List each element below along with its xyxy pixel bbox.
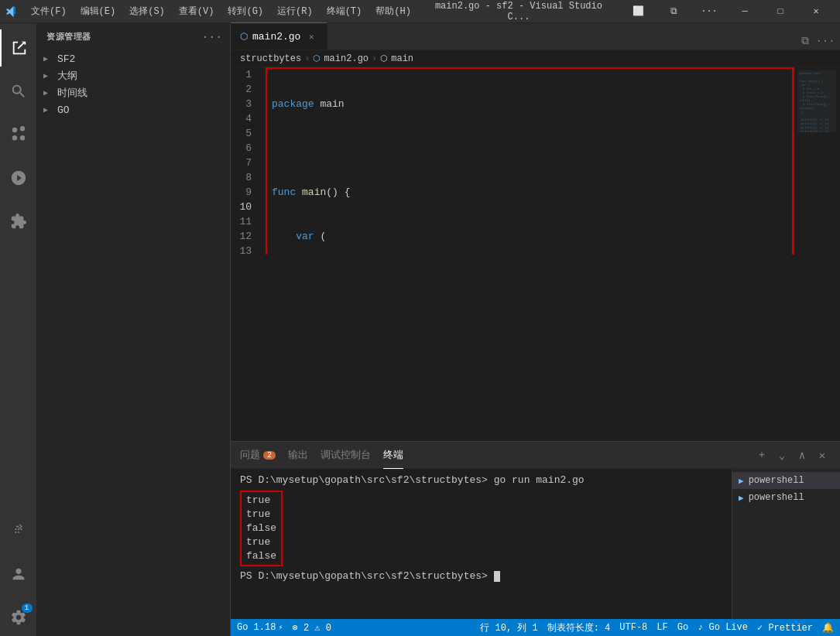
close-terminal-button[interactable]: ✕	[814, 446, 831, 463]
breadcrumb-file[interactable]: ⬡ main2.go	[313, 53, 369, 64]
maximize-button[interactable]: □	[763, 0, 798, 23]
menu-file[interactable]: 文件(F)	[25, 3, 73, 19]
breadcrumb-func[interactable]: ⬡ main	[380, 53, 413, 64]
sidebar-title: 资源管理器	[46, 31, 91, 43]
menu-help[interactable]: 帮助(H)	[369, 3, 417, 19]
menu-select[interactable]: 选择(S)	[123, 3, 171, 19]
menu-run[interactable]: 运行(R)	[271, 3, 319, 19]
settings-badge: 1	[22, 604, 33, 613]
line-num-5: 5	[231, 126, 258, 141]
terminal-actions: + ⌄ ∧ ✕	[753, 446, 831, 463]
go-version-label: Go 1.18	[237, 622, 276, 633]
go-icon: ⚡	[278, 623, 283, 632]
output-line-4: true	[246, 535, 276, 549]
statusbar-indent[interactable]: 制表符长度: 4	[547, 621, 611, 634]
menu-view[interactable]: 查看(V)	[173, 3, 221, 19]
terminal-side-icon-2: ▶	[739, 493, 744, 503]
terminal-tab-terminal[interactable]: 终端	[383, 442, 403, 469]
position-label: 行 10, 列 1	[480, 621, 537, 634]
terminal-prompt: PS D:\mysetup\gopath\src\sf2\structbytes…	[240, 569, 722, 583]
terminal-side-item-powershell-2[interactable]: ▶ powershell	[732, 489, 840, 506]
terminal-tab-output[interactable]: 输出	[288, 442, 308, 469]
activity-account[interactable]	[0, 556, 37, 593]
sidebar-header-actions: ···	[204, 29, 221, 46]
activity-source-control[interactable]	[0, 116, 37, 153]
sidebar-item-outline[interactable]: ▶ 大纲	[37, 67, 230, 84]
close-button[interactable]: ✕	[798, 0, 834, 23]
output-line-1: true	[246, 494, 276, 508]
indent-label: 制表符长度: 4	[547, 621, 611, 634]
activity-settings[interactable]: 1	[0, 599, 37, 636]
activity-extensions[interactable]	[0, 203, 37, 240]
more-actions-button[interactable]: ···	[817, 32, 834, 50]
terminal-side-label-2: powershell	[749, 492, 804, 503]
sidebar-header: 资源管理器 ···	[37, 23, 230, 50]
tree-arrow-timeline: ▶	[43, 88, 54, 97]
statusbar: Go 1.18 ⚡ ⊗ 2 ⚠ 0 行 10, 列 1 制表符长度: 4 UTF…	[231, 619, 840, 636]
line-num-7: 7	[231, 156, 258, 170]
language-label: Go	[677, 622, 688, 633]
statusbar-prettier[interactable]: ✓ Prettier	[757, 622, 813, 634]
activity-search[interactable]	[0, 73, 37, 110]
menu-goto[interactable]: 转到(G)	[221, 3, 269, 19]
activity-explorer[interactable]	[0, 29, 37, 67]
line-num-10: 10	[231, 200, 258, 214]
terminal-content: PS D:\mysetup\gopath\src\sf2\structbytes…	[231, 469, 840, 619]
maximize-terminal-button[interactable]: ∧	[794, 446, 811, 463]
split-button[interactable]: ⧉	[656, 0, 691, 23]
tab-debug-label: 调试控制台	[321, 448, 371, 462]
tab-main2go[interactable]: ⬡ main2.go ✕	[231, 22, 327, 50]
terminal-command: PS D:\mysetup\gopath\src\sf2\structbytes…	[240, 474, 722, 487]
terminal-side-item-powershell-1[interactable]: ▶ powershell	[732, 472, 840, 489]
code-content[interactable]: package main func main() { var ( a int =…	[266, 67, 794, 255]
sidebar-item-go[interactable]: ▶ GO	[37, 101, 230, 118]
sidebar-item-sf2[interactable]: ▶ SF2	[37, 50, 230, 67]
activity-docker[interactable]	[0, 512, 37, 549]
problems-badge: 2	[263, 451, 276, 460]
sidebar-item-timeline[interactable]: ▶ 时间线	[37, 84, 230, 101]
vscode-icon	[6, 5, 19, 18]
menu-terminal[interactable]: 终端(T)	[321, 3, 369, 19]
editor-area: ⬡ main2.go ✕ ⧉ ··· structbytes › ⬡ main2…	[231, 23, 840, 636]
split-editor-button[interactable]: ⧉	[797, 32, 814, 50]
window-title: main2.go - sf2 - Visual Studio C...	[423, 1, 614, 22]
split-terminal-button[interactable]: ⌄	[773, 446, 790, 463]
tab-label: main2.go	[252, 31, 300, 43]
layout-button[interactable]: ⬜	[620, 0, 656, 23]
minimize-button[interactable]: ─	[727, 0, 763, 23]
statusbar-go-version[interactable]: Go 1.18 ⚡	[237, 622, 283, 633]
menu-bar: 文件(F) 编辑(E) 选择(S) 查看(V) 转到(G) 运行(R) 终端(T…	[25, 3, 417, 19]
statusbar-notifications[interactable]: 🔔	[822, 622, 834, 634]
func-breadcrumb-icon: ⬡	[380, 53, 388, 63]
sidebar-label-timeline: 时间线	[57, 86, 87, 100]
editor-empty-space	[231, 255, 840, 442]
statusbar-language[interactable]: Go	[677, 622, 688, 633]
menu-edit[interactable]: 编辑(E)	[74, 3, 122, 19]
file-icon: ⬡	[240, 31, 248, 43]
breadcrumb-sep-2: ›	[372, 53, 377, 64]
sidebar: 资源管理器 ··· ▶ SF2 ▶ 大纲 ▶ 时间线 ▶ GO	[37, 23, 231, 636]
tree-arrow-sf2: ▶	[43, 54, 54, 63]
statusbar-left: Go 1.18 ⚡ ⊗ 2 ⚠ 0	[237, 622, 331, 634]
more-button[interactable]: ···	[691, 0, 727, 23]
statusbar-position[interactable]: 行 10, 列 1	[480, 621, 537, 634]
tab-problems-label: 问题	[240, 448, 260, 462]
new-terminal-button[interactable]: +	[753, 446, 770, 463]
statusbar-eol[interactable]: LF	[657, 622, 667, 633]
terminal-tab-problems[interactable]: 问题 2	[240, 442, 276, 469]
breadcrumb-structbytes[interactable]: structbytes	[240, 53, 301, 64]
terminal-main[interactable]: PS D:\mysetup\gopath\src\sf2\structbytes…	[231, 469, 732, 619]
sidebar-label-sf2: SF2	[57, 53, 75, 65]
terminal-tab-debug[interactable]: 调试控制台	[321, 442, 371, 469]
statusbar-encoding[interactable]: UTF-8	[619, 622, 647, 633]
code-editor[interactable]: 1 2 3 4 5 6 7 8 9 10 11 12 13 14 15 16 1…	[231, 67, 840, 255]
statusbar-right: 行 10, 列 1 制表符长度: 4 UTF-8 LF Go ♪ Go Live	[480, 621, 834, 634]
tree-arrow-go: ▶	[43, 105, 54, 115]
activity-run-debug[interactable]	[0, 159, 37, 197]
tab-close-button[interactable]: ✕	[305, 30, 317, 43]
statusbar-errors[interactable]: ⊗ 2 ⚠ 0	[292, 622, 331, 634]
terminal-area: 问题 2 输出 调试控制台 终端 + ⌄ ∧ ✕	[231, 441, 840, 619]
statusbar-golive[interactable]: ♪ Go Live	[698, 622, 748, 633]
new-file-button[interactable]: ···	[204, 29, 221, 46]
line-num-12: 12	[231, 229, 258, 244]
